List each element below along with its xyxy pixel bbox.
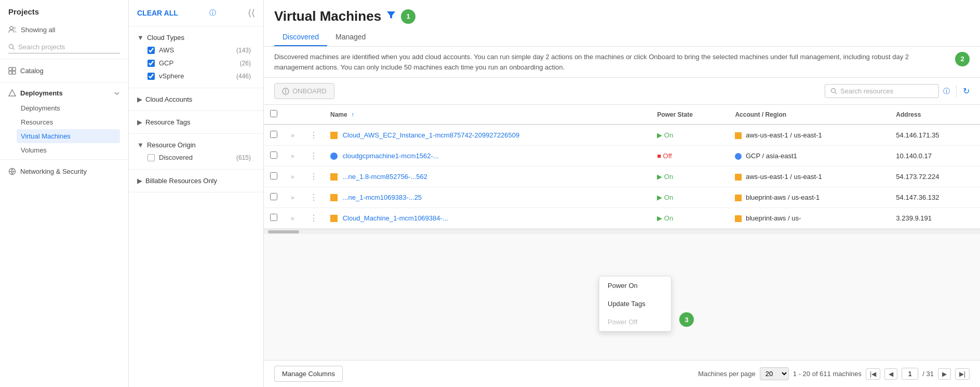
row-checkbox[interactable]	[270, 131, 277, 138]
sidebar-item-deployments[interactable]: Deployments	[17, 101, 120, 115]
filter-info-icon[interactable]: ⓘ	[209, 8, 216, 18]
sidebar: Projects Showing all Search projects	[0, 0, 129, 387]
row-context-menu-button[interactable]: ⋮	[310, 131, 318, 140]
row-context-menu-button[interactable]: ⋮	[310, 214, 318, 223]
th-power-state[interactable]: Power State	[651, 105, 729, 125]
table-row: » ⋮ Cloud_Machine_1-mcm1069384-... ▶ On …	[264, 208, 980, 229]
vm-name[interactable]: Cloud_Machine_1-mcm1069384-...	[343, 214, 448, 222]
tab-managed[interactable]: Managed	[327, 29, 374, 46]
expand-button[interactable]: »	[291, 153, 294, 160]
address-value: 54.147.36.132	[896, 194, 939, 201]
row-menu-cell: ⋮	[303, 125, 324, 146]
tab-discovered[interactable]: Discovered	[274, 29, 327, 46]
row-context-menu-button[interactable]: ⋮	[310, 193, 318, 202]
search-resources-input[interactable]: Search resources	[825, 84, 939, 98]
filter-funnel-icon[interactable]	[386, 10, 396, 22]
table-wrapper: Name ↑ Power State Account / Region Addr…	[264, 105, 980, 360]
row-expand-cell: »	[285, 187, 303, 208]
cloud-types-header[interactable]: ▼ Cloud Types	[137, 32, 255, 44]
context-menu-item[interactable]: Power On	[599, 277, 671, 295]
horizontal-scrollbar[interactable]	[264, 229, 980, 234]
account-type-icon	[735, 132, 742, 139]
manage-columns-button[interactable]: Manage Columns	[274, 366, 343, 382]
context-menu-item: Power Off	[599, 313, 671, 331]
onboard-button[interactable]: ONBOARD	[274, 83, 334, 99]
expand-button[interactable]: »	[291, 173, 294, 181]
vm-type-icon	[330, 215, 338, 222]
account-region-value: aws-us-east-1 / us-east-1	[746, 131, 822, 139]
vm-name[interactable]: cloudgcpmachine1-mcm1562-...	[343, 152, 439, 160]
catalog-icon	[8, 67, 16, 75]
row-context-menu-button[interactable]: ⋮	[310, 151, 318, 160]
deployments-submenu: Deployments Resources Virtual Machines V…	[8, 101, 120, 157]
svg-rect-7	[12, 71, 16, 74]
sidebar-item-virtual-machines[interactable]: Virtual Machines	[17, 129, 120, 143]
vm-name[interactable]: Cloud_AWS_EC2_Instance_1-mcm875742-20992…	[343, 131, 520, 139]
row-address-cell: 10.140.0.17	[890, 146, 980, 167]
sidebar-item-networking-security[interactable]: Networking & Security	[8, 164, 120, 179]
row-checkbox[interactable]	[270, 172, 277, 179]
next-page-button[interactable]: ▶	[938, 368, 951, 380]
row-checkbox[interactable]	[270, 193, 277, 200]
context-menu-item[interactable]: Update Tags	[599, 295, 671, 313]
gcp-checkbox[interactable]	[147, 60, 155, 67]
table-toolbar: ONBOARD Search resources ⓘ ↻	[264, 78, 980, 105]
row-checkbox-cell	[264, 167, 285, 187]
resource-tags-header[interactable]: ▶ Resource Tags	[137, 116, 255, 128]
resource-origin-header[interactable]: ▼ Resource Origin	[137, 139, 255, 151]
expand-button[interactable]: »	[291, 215, 294, 222]
svg-point-1	[14, 27, 16, 29]
sidebar-item-resources[interactable]: Resources	[17, 115, 120, 129]
row-checkbox[interactable]	[270, 214, 277, 221]
account-type-icon	[735, 174, 742, 181]
chevron-down-icon	[114, 90, 120, 96]
vm-name[interactable]: ...ne_1-mcm1069383-...25	[343, 194, 422, 201]
toolbar-right: Search resources ⓘ ↻	[825, 84, 970, 98]
billable-resources-header[interactable]: ▶ Billable Resources Only	[137, 175, 255, 187]
chevron-down-icon: ▼	[137, 34, 144, 42]
search-bar[interactable]: Search projects	[8, 41, 120, 53]
vm-type-icon	[330, 194, 338, 201]
cloud-accounts-header[interactable]: ▶ Cloud Accounts	[137, 93, 255, 105]
account-type-icon	[735, 215, 742, 222]
row-account-region-cell: blueprint-aws / us-east-1	[729, 187, 890, 208]
current-page-input[interactable]	[902, 368, 918, 380]
th-address[interactable]: Address	[890, 105, 980, 125]
select-all-checkbox[interactable]	[270, 110, 277, 117]
address-value: 54.146.171.35	[896, 131, 939, 139]
cloud-types-section: ▼ Cloud Types AWS (143) GCP (26) vSphere…	[129, 26, 263, 88]
row-name-cell: Cloud_Machine_1-mcm1069384-...	[324, 208, 651, 229]
table-footer: Manage Columns Machines per page 20 50 1…	[264, 360, 980, 387]
discovered-checkbox[interactable]	[147, 154, 155, 161]
row-checkbox-cell	[264, 187, 285, 208]
table-info-icon[interactable]: ⓘ	[943, 87, 950, 96]
first-page-button[interactable]: |◀	[866, 368, 880, 380]
th-account-region[interactable]: Account / Region	[729, 105, 890, 125]
prev-page-button[interactable]: ◀	[884, 368, 897, 380]
aws-checkbox[interactable]	[147, 47, 155, 54]
expand-button[interactable]: »	[291, 194, 294, 201]
per-page-select[interactable]: 20 50 100	[760, 367, 789, 380]
last-page-button[interactable]: ▶|	[955, 368, 970, 380]
vsphere-checkbox[interactable]	[147, 73, 155, 80]
sidebar-item-catalog[interactable]: Catalog	[8, 63, 120, 78]
vm-name[interactable]: ...ne_1.8-mcm852756-...562	[343, 173, 427, 181]
cloud-accounts-section: ▶ Cloud Accounts	[129, 88, 263, 111]
row-context-menu-button[interactable]: ⋮	[310, 172, 318, 181]
sidebar-item-volumes[interactable]: Volumes	[17, 143, 120, 157]
main-content: Virtual Machines 1 Discovered Managed 2 …	[264, 0, 980, 387]
address-value: 10.140.0.17	[896, 152, 932, 160]
onboard-icon	[282, 88, 289, 95]
row-address-cell: 54.147.36.132	[890, 187, 980, 208]
refresh-button[interactable]: ↻	[963, 86, 970, 96]
filter-collapse-button[interactable]: ⟨⟨	[248, 7, 255, 19]
row-name-cell: ...ne_1.8-mcm852756-...562	[324, 167, 651, 187]
table-row: » ⋮ ...ne_1-mcm1069383-...25 ▶ On bluepr…	[264, 187, 980, 208]
row-checkbox[interactable]	[270, 151, 277, 159]
th-name[interactable]: Name ↑	[324, 105, 651, 125]
row-name-cell: ...ne_1-mcm1069383-...25	[324, 187, 651, 208]
expand-button[interactable]: »	[291, 132, 294, 139]
clear-all-button[interactable]: CLEAR ALL	[137, 9, 178, 17]
deployments-header[interactable]: Deployments	[8, 85, 120, 101]
table-row: » ⋮ ...ne_1.8-mcm852756-...562 ▶ On aws-…	[264, 167, 980, 187]
